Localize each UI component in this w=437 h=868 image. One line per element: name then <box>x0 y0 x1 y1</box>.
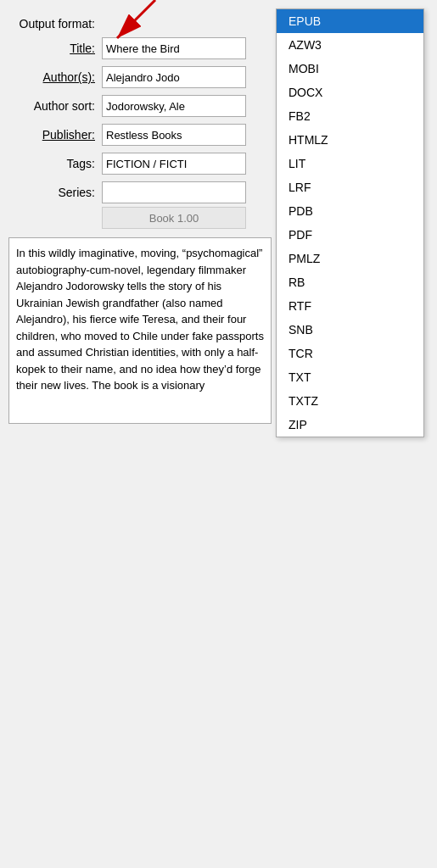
series-input[interactable] <box>102 181 246 203</box>
dropdown-item-txtz[interactable]: TXTZ <box>277 389 423 413</box>
tags-input[interactable] <box>102 153 246 175</box>
publisher-label: Publisher: <box>8 128 102 142</box>
description-text: In this wildly imaginative, moving, “psy… <box>16 247 264 392</box>
dropdown-item-htmlz[interactable]: HTMLZ <box>277 128 423 152</box>
arrow-icon <box>100 0 168 51</box>
dropdown-item-epub[interactable]: EPUB <box>277 9 423 33</box>
dropdown-item-docx[interactable]: DOCX <box>277 81 423 104</box>
dropdown-item-txt[interactable]: TXT <box>277 365 423 389</box>
dropdown-item-azw3[interactable]: AZW3 <box>277 33 423 57</box>
dropdown-item-mobi[interactable]: MOBI <box>277 57 423 81</box>
format-dropdown[interactable]: EPUBAZW3MOBIDOCXFB2HTMLZLITLRFPDBPDFPMLZ… <box>276 8 424 437</box>
publisher-input[interactable] <box>102 124 246 146</box>
dropdown-item-fb2[interactable]: FB2 <box>277 104 423 128</box>
output-format-label: Output format: <box>8 17 102 31</box>
dropdown-item-snb[interactable]: SNB <box>277 318 423 342</box>
tags-label: Tags: <box>8 157 102 170</box>
description-box: In this wildly imaginative, moving, “psy… <box>8 237 272 424</box>
dropdown-item-rb[interactable]: RB <box>277 270 423 294</box>
svg-line-1 <box>117 0 155 38</box>
dropdown-item-pdb[interactable]: PDB <box>277 199 423 223</box>
dropdown-item-tcr[interactable]: TCR <box>277 342 423 365</box>
authors-label: Author(s): <box>8 70 102 84</box>
series-label: Series: <box>8 186 102 199</box>
dropdown-item-pdf[interactable]: PDF <box>277 223 423 247</box>
dropdown-item-lit[interactable]: LIT <box>277 152 423 175</box>
author-sort-label: Author sort: <box>8 99 102 113</box>
dropdown-item-zip[interactable]: ZIP <box>277 413 423 437</box>
dropdown-item-lrf[interactable]: LRF <box>277 175 423 199</box>
dropdown-item-pmlz[interactable]: PMLZ <box>277 247 423 270</box>
author-sort-input[interactable] <box>102 95 246 117</box>
title-label: Title: <box>8 42 102 55</box>
arrow-indicator <box>100 0 168 53</box>
book-number-input[interactable] <box>102 207 246 229</box>
authors-input[interactable] <box>102 66 246 88</box>
dropdown-item-rtf[interactable]: RTF <box>277 294 423 318</box>
